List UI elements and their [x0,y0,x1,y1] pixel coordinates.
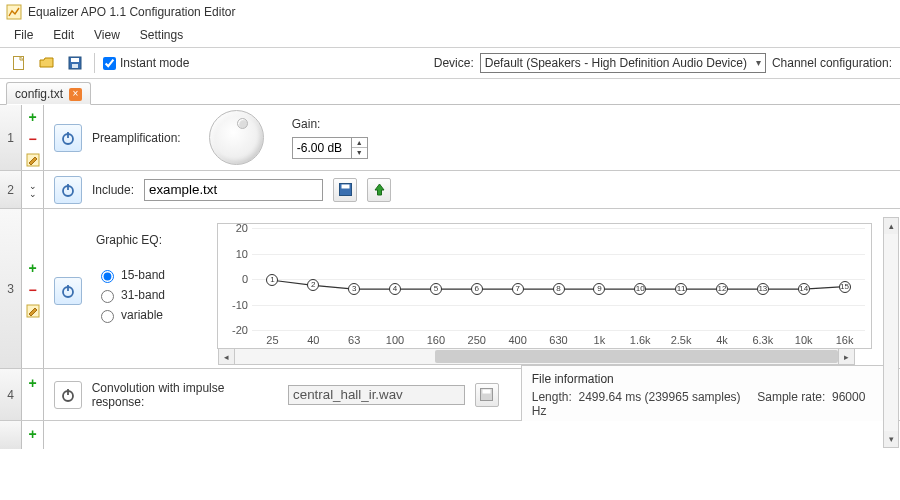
device-value: Default (Speakers - High Definition Audi… [485,56,747,70]
pencil-icon [26,153,40,167]
power-icon [60,130,76,146]
eq-band-handle[interactable]: 14 [798,283,810,295]
power-toggle[interactable] [54,176,82,204]
x-tick: 4k [716,334,728,346]
open-button[interactable] [36,52,58,74]
remove-filter-button[interactable]: − [28,282,36,298]
folder-open-icon [39,55,55,71]
x-tick: 250 [468,334,486,346]
x-tick: 63 [348,334,360,346]
eq-band-handle[interactable]: 12 [716,283,728,295]
instant-mode-input[interactable] [103,57,116,70]
x-tick: 1.6k [630,334,651,346]
gain-spin-down[interactable]: ▼ [352,148,367,158]
gain-spin-up[interactable]: ▲ [352,138,367,149]
radio-variable[interactable]: variable [96,307,165,323]
convolution-label: Convolution with impulse response: [92,381,278,409]
eq-graph[interactable]: ◂ ▸ 20100-10-202540631001602504006301k1.… [217,223,872,349]
graph-h-scrollbar[interactable]: ◂ ▸ [218,349,855,365]
add-filter-button[interactable]: + [28,426,36,442]
gain-input[interactable] [293,138,351,158]
y-tick: -10 [222,299,248,311]
eq-band-handle[interactable]: 4 [389,283,401,295]
browse-ir-button[interactable] [475,383,499,407]
scroll-left-button[interactable]: ◂ [219,349,235,364]
scroll-right-button[interactable]: ▸ [838,349,854,364]
scroll-down-button[interactable]: ▾ [884,431,898,447]
power-toggle[interactable] [54,277,82,305]
y-tick: -20 [222,324,248,336]
include-label: Include: [92,183,134,197]
length-label: Length: [532,390,572,404]
tab-strip: config.txt × [0,79,900,105]
new-button[interactable] [8,52,30,74]
save-include-button[interactable] [333,178,357,202]
svg-rect-0 [7,5,21,19]
eq-band-handle[interactable]: 8 [553,283,565,295]
power-icon [60,387,76,403]
include-input[interactable] [144,179,323,201]
expand-down-icon[interactable]: ⌄ [29,183,37,189]
power-toggle-off[interactable] [54,381,82,409]
power-toggle[interactable] [54,124,82,152]
gain-knob[interactable] [209,110,264,165]
app-icon [6,4,22,20]
rate-label: Sample rate: [757,390,825,404]
eq-band-handle[interactable]: 3 [348,283,360,295]
device-label: Device: [434,56,474,70]
edit-filter-button[interactable] [26,304,40,318]
open-include-button[interactable] [367,178,391,202]
eq-band-handle[interactable]: 2 [307,279,319,291]
svg-rect-18 [483,390,491,394]
eq-band-handle[interactable]: 11 [675,283,687,295]
scroll-up-button[interactable]: ▴ [884,218,898,234]
eq-band-handle[interactable]: 5 [430,283,442,295]
eq-band-handle[interactable]: 1 [266,274,278,286]
eq-band-handle[interactable]: 10 [634,283,646,295]
tab-close-icon[interactable]: × [69,88,82,101]
menu-edit[interactable]: Edit [43,25,84,47]
edit-filter-button[interactable] [26,153,40,167]
save-icon [479,387,494,402]
eq-band-handle[interactable]: 15 [839,281,851,293]
x-tick: 6.3k [752,334,773,346]
menu-file[interactable]: File [4,25,43,47]
eq-band-handle[interactable]: 9 [593,283,605,295]
radio-15band[interactable]: 15-band [96,267,165,283]
radio-31band[interactable]: 31-band [96,287,165,303]
svg-rect-3 [71,58,79,62]
remove-filter-button[interactable]: − [28,131,36,147]
x-tick: 40 [307,334,319,346]
x-tick: 16k [836,334,854,346]
gain-spinbox[interactable]: ▲▼ [292,137,368,159]
device-combo[interactable]: Default (Speakers - High Definition Audi… [480,53,766,73]
add-filter-button[interactable]: + [28,260,36,276]
instant-mode-checkbox[interactable]: Instant mode [103,56,189,70]
save-icon [67,55,83,71]
gain-label: Gain: [292,117,368,131]
graphic-eq-label: Graphic EQ: [96,233,162,247]
toolbar: Instant mode Device: Default (Speakers -… [0,47,900,79]
eq-band-handle[interactable]: 7 [512,283,524,295]
tab-label: config.txt [15,87,63,101]
menu-view[interactable]: View [84,25,130,47]
x-tick: 630 [549,334,567,346]
x-tick: 25 [266,334,278,346]
new-file-icon [11,55,27,71]
add-filter-button[interactable]: + [28,109,36,125]
save-button[interactable] [64,52,86,74]
eq-band-handle[interactable]: 6 [471,283,483,295]
menu-settings[interactable]: Settings [130,25,193,47]
add-filter-button[interactable]: + [28,375,36,391]
svg-rect-4 [72,64,78,68]
x-tick: 160 [427,334,445,346]
arrow-up-icon [372,182,387,197]
ir-file-input[interactable] [288,385,465,405]
x-tick: 1k [594,334,606,346]
eq-band-handle[interactable]: 13 [757,283,769,295]
tab-config[interactable]: config.txt × [6,82,91,105]
content-v-scrollbar[interactable]: ▴ ▾ [883,217,899,448]
expand-down-icon-2[interactable]: ⌄ [29,191,37,197]
y-tick: 10 [222,248,248,260]
x-tick: 100 [386,334,404,346]
